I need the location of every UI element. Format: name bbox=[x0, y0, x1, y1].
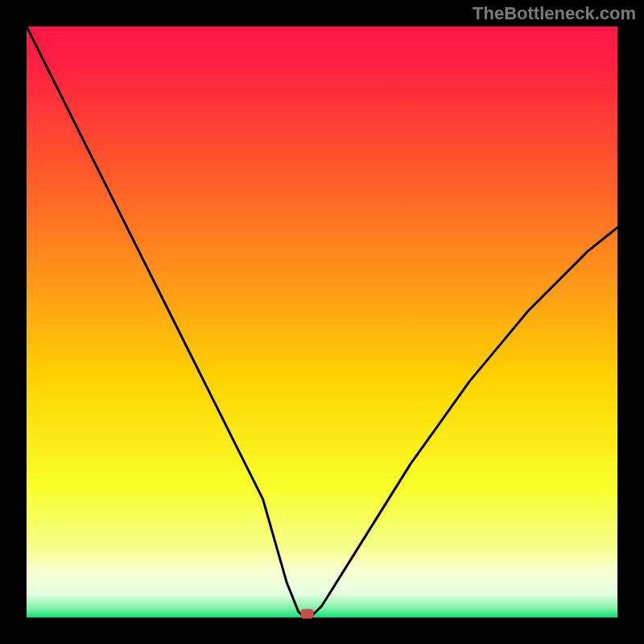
minimum-marker bbox=[301, 609, 314, 619]
plot-background bbox=[27, 27, 617, 617]
chart-container: TheBottleneck.com bbox=[0, 0, 644, 644]
watermark-text: TheBottleneck.com bbox=[473, 3, 636, 24]
chart-svg bbox=[0, 0, 644, 644]
